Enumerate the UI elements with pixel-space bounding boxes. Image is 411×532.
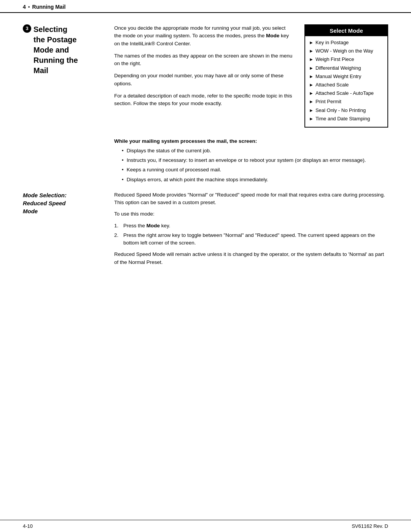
- bullet-item: • Displays the status of the current job…: [122, 147, 388, 155]
- bullet-text: Instructs you, if necessary: to insert a…: [127, 157, 366, 164]
- list-item: ► WOW - Weigh on the Way: [309, 48, 385, 54]
- page-header: 4 • Running Mail: [0, 0, 411, 13]
- body-para-1: Once you decide the appropriate mode for…: [114, 24, 293, 48]
- body-text: Once you decide the appropriate mode for…: [114, 24, 293, 128]
- list-item-label: Time and Date Stamping: [315, 115, 370, 122]
- list-item-label: Seal Only - No Printing: [315, 107, 366, 114]
- list-item: ► Weigh First Piece: [309, 56, 385, 63]
- section-heading-text: Selecting the Postage Mode and Running t…: [33, 24, 78, 76]
- arrow-icon: ►: [309, 82, 314, 88]
- arrow-icon: ►: [309, 65, 314, 72]
- mode-title-line1: Mode Selection:: [23, 192, 67, 198]
- bullet-dot: •: [122, 147, 124, 155]
- mode-selection-heading: Mode Selection: Reduced Speed Mode: [23, 191, 103, 270]
- mode-selection-title: Mode Selection: Reduced Speed Mode: [23, 191, 103, 215]
- arrow-icon: ►: [309, 90, 314, 97]
- step-text: Press the right arrow key to toggle betw…: [123, 232, 388, 247]
- step-item: 1. Press the Mode key.: [114, 222, 388, 230]
- header-title: Running Mail: [32, 4, 66, 10]
- while-bullet-list: • Displays the status of the current job…: [122, 147, 388, 184]
- mode-steps: 1. Press the Mode key. 2. Press the righ…: [114, 222, 388, 247]
- top-section: 3 Selecting the Postage Mode and Running…: [23, 24, 388, 128]
- bullet-dot: •: [122, 176, 124, 184]
- section-number: 3: [23, 24, 31, 33]
- section-heading: 3 Selecting the Postage Mode and Running…: [23, 24, 103, 76]
- mode-para-1: Reduced Speed Mode provides "Normal" or …: [114, 191, 388, 207]
- mode-title-line2: Reduced Speed: [23, 200, 66, 206]
- bullet-item: • Instructs you, if necessary: to insert…: [122, 157, 388, 164]
- list-item-label: Weigh First Piece: [315, 56, 354, 63]
- bullet-dot: •: [122, 166, 124, 174]
- list-item-label: Attached Scale: [315, 81, 349, 88]
- header-chapter: 4: [23, 4, 26, 10]
- list-item: ► Key in Postage: [309, 39, 385, 46]
- list-item-label: Key in Postage: [315, 39, 349, 46]
- footer-revision: SV61162 Rev. D: [352, 523, 388, 529]
- bullet-text: Displays errors, at which point the mach…: [127, 176, 268, 184]
- heading-line5: Mail: [33, 66, 48, 75]
- while-section: While your mailing system processes the …: [23, 138, 388, 184]
- step-number: 2.: [114, 232, 121, 239]
- body-para-4: For a detailed description of each mode,…: [114, 92, 293, 108]
- step-number: 1.: [114, 222, 121, 230]
- list-item-label: Attached Scale - AutoTape: [315, 90, 374, 97]
- select-mode-title: Select Mode: [305, 25, 387, 36]
- header-separator: •: [28, 4, 30, 10]
- list-item-label: Differential Weighing: [315, 65, 361, 72]
- bullet-item: • Displays errors, at which point the ma…: [122, 176, 388, 184]
- heading-line3: Mode and: [33, 46, 69, 54]
- while-heading: While your mailing system processes the …: [114, 138, 388, 144]
- mode-closing: Reduced Speed Mode will remain active un…: [114, 251, 388, 266]
- step-text: Press the Mode key.: [123, 222, 170, 230]
- list-item: ► Manual Weight Entry: [309, 73, 385, 80]
- heading-line2: the Postage: [33, 35, 76, 44]
- bullet-dot: •: [122, 157, 124, 164]
- section-heading-block: 3 Selecting the Postage Mode and Running…: [23, 24, 103, 128]
- select-mode-box: Select Mode ► Key in Postage ► WOW - Wei…: [304, 24, 388, 128]
- arrow-icon: ►: [309, 116, 314, 122]
- select-mode-list: ► Key in Postage ► WOW - Weigh on the Wa…: [305, 36, 387, 127]
- body-para-3: Depending on your model number, you may …: [114, 72, 293, 88]
- arrow-icon: ►: [309, 99, 314, 105]
- list-item: ► Attached Scale - AutoTape: [309, 90, 385, 97]
- bullet-text: Displays the status of the current job.: [127, 147, 211, 155]
- arrow-icon: ►: [309, 40, 314, 46]
- main-content: 3 Selecting the Postage Mode and Running…: [0, 13, 411, 520]
- arrow-icon: ►: [309, 48, 314, 54]
- mode-title-line3: Mode: [23, 208, 38, 214]
- bullet-item: • Keeps a running count of processed mai…: [122, 166, 388, 174]
- heading-line4: Running the: [33, 56, 78, 64]
- bullet-text: Keeps a running count of processed mail.: [127, 166, 221, 174]
- mode-selection-body: Reduced Speed Mode provides "Normal" or …: [114, 191, 388, 270]
- heading-line1: Selecting: [33, 25, 67, 34]
- arrow-icon: ►: [309, 56, 314, 63]
- page: 4 • Running Mail 3 Selecting the Postage…: [0, 0, 411, 532]
- body-para-2: The names of the modes as they appear on…: [114, 52, 293, 68]
- list-item: ► Time and Date Stamping: [309, 115, 385, 122]
- arrow-icon: ►: [309, 73, 314, 80]
- list-item: ► Seal Only - No Printing: [309, 107, 385, 114]
- list-item-label: Manual Weight Entry: [315, 73, 361, 80]
- step-item: 2. Press the right arrow key to toggle b…: [114, 232, 388, 247]
- list-item-label: WOW - Weigh on the Way: [315, 48, 373, 54]
- arrow-icon: ►: [309, 107, 314, 114]
- list-item: ► Differential Weighing: [309, 65, 385, 72]
- footer-page-number: 4-10: [23, 523, 33, 529]
- list-item-label: Print Permit: [315, 98, 341, 105]
- list-item: ► Attached Scale: [309, 81, 385, 88]
- mode-selection-section: Mode Selection: Reduced Speed Mode Reduc…: [23, 191, 388, 270]
- page-footer: 4-10 SV61162 Rev. D: [0, 520, 411, 532]
- list-item: ► Print Permit: [309, 98, 385, 105]
- mode-para-2: To use this mode:: [114, 210, 388, 218]
